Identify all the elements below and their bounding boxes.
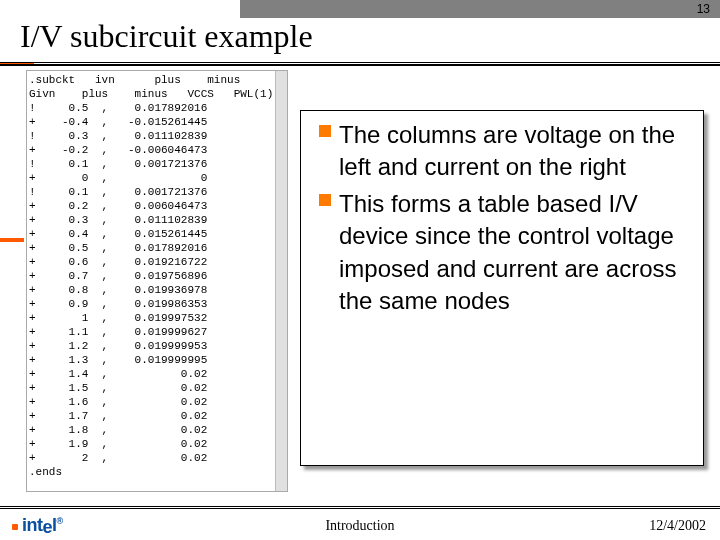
scrollbar-vertical[interactable] (275, 71, 287, 491)
side-accent (0, 238, 24, 242)
title-rule (0, 62, 720, 66)
footer-date: 12/4/2002 (649, 518, 706, 534)
code-text: .subckt ivn plus minus Givn plus minus V… (27, 71, 275, 491)
footer: intel® Introduction 12/4/2002 (0, 506, 720, 540)
square-bullet-icon (319, 125, 331, 137)
bullet-item: The columns are voltage on the left and … (319, 119, 691, 184)
slide-title: I/V subcircuit example (20, 18, 313, 55)
bullet-text: This forms a table based I/V device sinc… (339, 190, 677, 314)
slide: 13 I/V subcircuit example .subckt ivn pl… (0, 0, 720, 540)
logo-text: intel (22, 515, 57, 537)
footer-accent-dot (12, 524, 18, 530)
page-number: 13 (697, 2, 710, 16)
code-panel: .subckt ivn plus minus Givn plus minus V… (26, 70, 288, 492)
square-bullet-icon (319, 194, 331, 206)
registered-icon: ® (57, 516, 63, 526)
bullet-text: The columns are voltage on the left and … (339, 121, 675, 180)
footer-center-text: Introduction (325, 518, 394, 534)
intel-logo: intel® (22, 515, 63, 536)
callout-box: The columns are voltage on the left and … (300, 110, 704, 466)
header-stripe (240, 0, 720, 18)
bullet-item: This forms a table based I/V device sinc… (319, 188, 691, 318)
footer-rule (0, 506, 720, 509)
